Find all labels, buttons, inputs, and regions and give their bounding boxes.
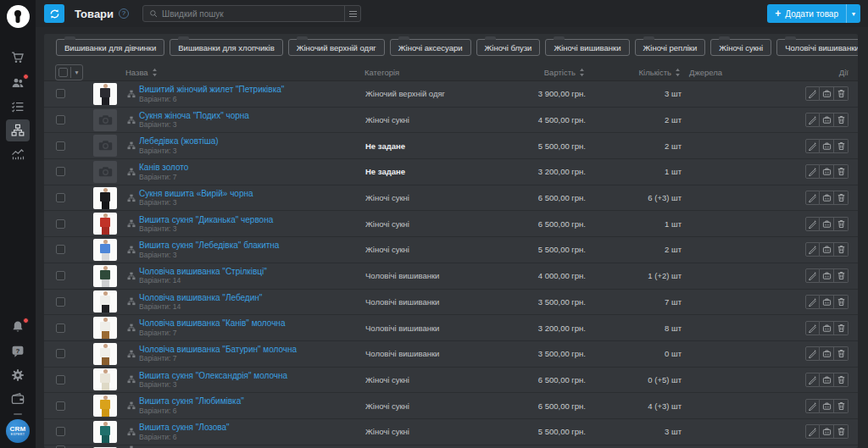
row-checkbox[interactable]	[56, 89, 65, 98]
row-checkbox[interactable]	[56, 141, 65, 151]
category-chip[interactable]: Жіночі аксесуари	[390, 39, 471, 56]
delete-button[interactable]	[834, 164, 849, 179]
category-chip[interactable]: Вишиванки для дівчинки	[56, 39, 164, 56]
sidebar-item-clients[interactable]	[6, 72, 30, 94]
delete-button[interactable]	[834, 242, 849, 257]
row-checkbox[interactable]	[56, 115, 65, 124]
stock-button[interactable]	[820, 399, 834, 413]
row-checkbox[interactable]	[56, 193, 65, 202]
search-input[interactable]	[162, 9, 344, 19]
stock-button[interactable]	[820, 164, 834, 179]
product-thumbnail[interactable]	[93, 213, 117, 235]
category-chip[interactable]: Вишиванки для хлопчиків	[170, 39, 282, 56]
stock-button[interactable]	[820, 346, 834, 361]
add-product-caret-button[interactable]: ▼	[846, 4, 860, 23]
select-all-checkbox[interactable]	[58, 68, 68, 77]
delete-button[interactable]	[834, 191, 849, 205]
sidebar-item-orders[interactable]	[6, 47, 30, 69]
header-price[interactable]: Вартість	[492, 68, 585, 77]
product-name-link[interactable]: Чоловіча вишиванка "Канів" молочна	[139, 318, 365, 329]
delete-button[interactable]	[834, 373, 849, 387]
product-thumbnail[interactable]	[93, 265, 117, 287]
row-checkbox[interactable]	[56, 297, 65, 307]
stock-button[interactable]	[820, 321, 834, 335]
product-thumbnail[interactable]	[93, 368, 117, 390]
product-name-link[interactable]: Вишита сукня "Олександрія" молочна	[139, 371, 365, 381]
product-name-link[interactable]: Вишита сукня "Диканька" червона	[139, 215, 365, 225]
delete-button[interactable]	[834, 346, 849, 361]
row-checkbox[interactable]	[56, 219, 65, 229]
delete-button[interactable]	[834, 268, 849, 283]
edit-button[interactable]	[805, 295, 820, 309]
edit-button[interactable]	[805, 164, 820, 179]
stock-button[interactable]	[820, 268, 834, 283]
help-icon[interactable]: ?	[119, 8, 129, 19]
category-chip[interactable]: Жіночі сукні	[710, 39, 771, 56]
row-checkbox[interactable]	[56, 167, 65, 176]
category-chip[interactable]: Жіночі блузи	[476, 39, 541, 56]
stock-button[interactable]	[820, 113, 834, 127]
product-thumbnail[interactable]	[93, 317, 117, 339]
row-checkbox[interactable]	[56, 375, 65, 384]
row-checkbox[interactable]	[56, 271, 65, 280]
product-thumbnail[interactable]	[93, 83, 117, 105]
chevron-down-icon[interactable]: ▼	[71, 69, 82, 75]
refresh-button[interactable]	[44, 4, 64, 23]
header-name[interactable]: Назва	[125, 68, 364, 77]
product-thumbnail[interactable]	[93, 239, 117, 261]
product-thumbnail[interactable]	[93, 395, 117, 417]
add-product-button[interactable]: + Додати товар	[767, 4, 846, 23]
category-chip[interactable]: Чоловічі вишиванки	[776, 39, 858, 56]
sidebar-item-settings[interactable]	[6, 364, 30, 386]
product-name-link[interactable]: Канів золото	[139, 163, 365, 173]
sidebar-item-help[interactable]	[6, 340, 30, 362]
product-name-link[interactable]: Вишита сукня "Лебедівка" блакитна	[139, 241, 365, 251]
search-options-button[interactable]	[344, 6, 360, 21]
category-chip[interactable]: Жіночі вишиванки	[545, 39, 629, 56]
edit-button[interactable]	[805, 424, 820, 439]
product-name-link[interactable]: Сукня вишита «Вирій» чорна	[139, 189, 365, 199]
category-chip[interactable]: Жіночі репліки	[635, 39, 706, 56]
row-checkbox[interactable]	[56, 401, 65, 411]
select-all-control[interactable]: ▼	[55, 64, 83, 80]
edit-button[interactable]	[805, 268, 820, 283]
stock-button[interactable]	[820, 191, 834, 205]
app-logo[interactable]	[7, 5, 30, 28]
product-name-link[interactable]: Вишита сукня "Лозова"	[139, 423, 365, 433]
row-checkbox[interactable]	[56, 445, 65, 448]
edit-button[interactable]	[805, 373, 820, 387]
product-name-link[interactable]: Вишита сукня "Любимівка"	[139, 396, 365, 407]
sidebar-item-tasks[interactable]	[6, 96, 30, 118]
header-quantity[interactable]: Кількість	[585, 68, 681, 77]
edit-button[interactable]	[805, 86, 820, 101]
product-name-link[interactable]: Чоловіча вишиванка "Лебедин"	[139, 293, 365, 303]
stock-button[interactable]	[820, 139, 834, 153]
sidebar-item-analytics[interactable]	[6, 143, 30, 165]
product-thumbnail[interactable]	[93, 421, 117, 443]
product-name-link[interactable]: Чоловіча вишиванка "Батурин" молочна	[139, 345, 365, 355]
row-checkbox[interactable]	[56, 324, 65, 333]
product-thumbnail[interactable]	[93, 135, 117, 157]
edit-button[interactable]	[805, 217, 820, 231]
delete-button[interactable]	[834, 399, 849, 413]
delete-button[interactable]	[834, 86, 849, 101]
row-checkbox[interactable]	[56, 349, 65, 358]
delete-button[interactable]	[834, 295, 849, 309]
avatar[interactable]: CRM EXPERT	[6, 419, 30, 443]
row-checkbox[interactable]	[56, 427, 65, 436]
sidebar-item-wallet[interactable]	[6, 388, 30, 410]
delete-button[interactable]	[834, 424, 849, 439]
edit-button[interactable]	[805, 139, 820, 153]
product-thumbnail[interactable]	[93, 187, 117, 209]
product-thumbnail[interactable]	[93, 290, 117, 312]
product-thumbnail[interactable]	[93, 161, 117, 183]
edit-button[interactable]	[805, 321, 820, 335]
edit-button[interactable]	[805, 242, 820, 257]
stock-button[interactable]	[820, 86, 834, 101]
edit-button[interactable]	[805, 346, 820, 361]
delete-button[interactable]	[834, 113, 849, 127]
product-name-link[interactable]: Сукня жіноча "Подих" чорна	[139, 111, 365, 121]
sidebar-item-products[interactable]	[6, 119, 30, 141]
product-name-link[interactable]: Лебедівка (жовтіша)	[139, 136, 365, 147]
delete-button[interactable]	[834, 321, 849, 335]
